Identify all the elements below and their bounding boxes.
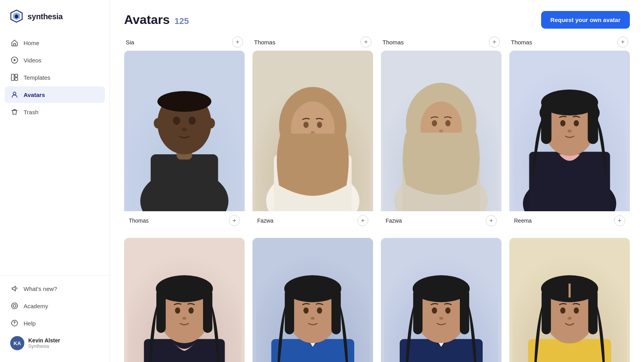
sidebar-item-academy-label: Academy — [24, 303, 48, 309]
svg-point-22 — [154, 118, 162, 128]
avatar-card-reema-3[interactable]: Reema + — [252, 238, 373, 362]
request-own-avatar-button[interactable]: Request your own avatar — [541, 11, 630, 29]
user-section[interactable]: KA Kevin Alster Synthesia — [5, 332, 105, 354]
avatar-row-1: Thomas + — [124, 51, 630, 230]
sidebar-item-avatars[interactable]: Avatars — [5, 86, 105, 103]
avatar-card-footer-fazwa-1: Fazwa + — [252, 211, 373, 230]
add-thomas-1-button[interactable]: + — [360, 37, 371, 48]
avatar-card-name-thomas: Thomas — [129, 218, 149, 224]
sidebar-item-trash[interactable]: Trash — [5, 104, 105, 120]
svg-point-100 — [567, 317, 572, 320]
svg-rect-83 — [413, 289, 423, 335]
svg-point-52 — [560, 120, 565, 126]
sidebar: synthesia Home Videos Templates — [0, 0, 110, 362]
svg-rect-72 — [285, 289, 294, 335]
avatar-card-reema-4[interactable]: Reema + — [381, 238, 501, 362]
avatar-img-reema-4 — [381, 238, 501, 362]
play-icon — [10, 56, 19, 64]
svg-point-86 — [445, 307, 450, 314]
sidebar-item-videos[interactable]: Videos — [5, 52, 105, 68]
svg-rect-51 — [588, 102, 598, 144]
svg-point-64 — [188, 307, 194, 314]
avatar-label-thomas-2: Thomas — [382, 39, 404, 46]
svg-rect-50 — [541, 102, 551, 144]
sidebar-bottom: What's new? Academy Help KA Kevin Alster… — [0, 275, 110, 362]
sidebar-item-templates[interactable]: Templates — [5, 69, 105, 86]
svg-rect-73 — [331, 289, 341, 335]
svg-point-76 — [311, 317, 315, 320]
avatars-grid-container: Sia + Thomas + Thomas + Thomas + — [110, 37, 644, 362]
avatar-icon — [10, 90, 19, 99]
svg-point-98 — [560, 307, 565, 314]
svg-point-87 — [439, 317, 443, 320]
avatar-card-reema-1[interactable]: Reema + — [509, 51, 630, 230]
svg-rect-61 — [156, 289, 166, 333]
sidebar-item-academy[interactable]: Academy — [5, 298, 105, 314]
sidebar-item-home-label: Home — [24, 40, 39, 46]
svg-point-74 — [304, 307, 309, 314]
academy-icon — [10, 302, 19, 310]
main-content: Avatars 125 Request your own avatar Sia … — [110, 0, 644, 362]
svg-point-9 — [12, 303, 18, 309]
add-avatar-reema-1-button[interactable]: + — [614, 215, 625, 226]
avatar-card-fazwa-2[interactable]: Fazwa + — [381, 51, 501, 230]
svg-point-30 — [304, 122, 309, 128]
top-row-item-1: Thomas + — [252, 37, 373, 48]
svg-point-40 — [432, 120, 437, 126]
trash-icon — [10, 108, 19, 116]
avatar-label-thomas-1: Thomas — [254, 39, 275, 46]
svg-rect-96 — [588, 289, 598, 335]
svg-point-42 — [439, 130, 443, 133]
avatar-card-name-fazwa-2: Fazwa — [386, 218, 402, 224]
logo-area[interactable]: synthesia — [0, 0, 110, 31]
megaphone-icon — [10, 284, 19, 293]
avatar-card-thomas-dark[interactable]: Thomas + — [124, 51, 245, 230]
avatar-card-footer-thomas: Thomas + — [124, 211, 245, 230]
svg-point-10 — [13, 305, 16, 307]
avatar-img-reema-2 — [124, 238, 245, 362]
avatar-card-fazwa-1[interactable]: Fazwa + — [252, 51, 373, 230]
sidebar-item-help[interactable]: Help — [5, 315, 105, 331]
add-avatar-fazwa-2-button[interactable]: + — [486, 215, 497, 226]
svg-point-23 — [207, 118, 215, 128]
avatar-card-footer-reema-1: Reema + — [509, 211, 630, 230]
svg-point-12 — [14, 324, 15, 325]
svg-point-54 — [567, 130, 572, 133]
avatar-row-2: Reema + — [124, 238, 630, 362]
avatar-img-fazwa-2 — [381, 51, 501, 211]
svg-point-53 — [574, 120, 579, 126]
user-initials: KA — [14, 340, 21, 346]
sidebar-nav: Home Videos Templates Avatars — [0, 31, 110, 275]
user-name: Kevin Alster — [28, 337, 60, 344]
help-icon — [10, 319, 19, 327]
sidebar-item-home[interactable]: Home — [5, 35, 105, 51]
svg-rect-6 — [15, 74, 18, 77]
svg-rect-95 — [542, 289, 551, 335]
svg-point-41 — [445, 120, 450, 126]
add-thomas-3-button[interactable]: + — [617, 37, 628, 48]
top-row: Sia + Thomas + Thomas + Thomas + — [124, 37, 630, 48]
avatar-card-alisha[interactable]: Alisha + — [509, 238, 630, 362]
sidebar-item-whats-new[interactable]: What's new? — [5, 280, 105, 297]
add-avatar-thomas-button[interactable]: + — [229, 215, 240, 226]
add-sia-button[interactable]: + — [232, 37, 243, 48]
add-thomas-2-button[interactable]: + — [489, 37, 500, 48]
top-row-item-3: Thomas + — [509, 37, 630, 48]
user-company: Synthesia — [28, 344, 60, 349]
page-title: Avatars — [124, 13, 170, 27]
sidebar-item-videos-label: Videos — [24, 57, 42, 64]
svg-point-8 — [13, 92, 16, 95]
avatar-card-name-reema-1: Reema — [514, 218, 532, 224]
svg-rect-7 — [15, 78, 18, 80]
user-info: Kevin Alster Synthesia — [28, 337, 60, 349]
avatar-label-thomas-3: Thomas — [511, 39, 532, 46]
avatar-card-name-fazwa-1: Fazwa — [257, 218, 273, 224]
svg-point-75 — [317, 307, 322, 314]
svg-rect-5 — [11, 74, 14, 80]
avatar-card-footer-fazwa-2: Fazwa + — [381, 211, 501, 230]
page-title-wrap: Avatars 125 — [124, 13, 189, 27]
sidebar-item-whats-new-label: What's new? — [24, 285, 57, 292]
avatar-card-reema-2[interactable]: Reema + — [124, 238, 245, 362]
avatar-count: 125 — [174, 16, 189, 26]
add-avatar-fazwa-1-button[interactable]: + — [357, 215, 368, 226]
